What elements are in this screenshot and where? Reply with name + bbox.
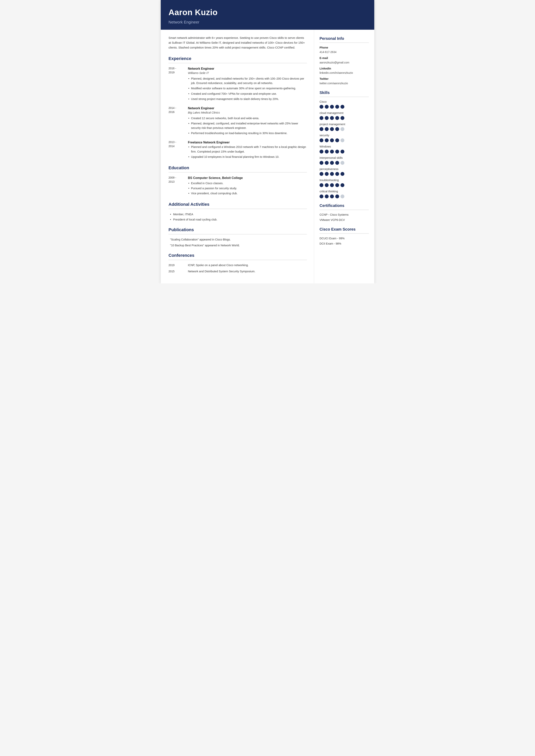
exp-bullet-3-2: Upgraded 10 employees in local financial…: [188, 155, 307, 159]
linkedin-label: LinkedIn: [320, 67, 369, 71]
exp-bullet-2-1: Created 12 secure networks, both local a…: [188, 116, 307, 121]
exp-bullets-3: Planned and configured a Windows 2010 ne…: [188, 145, 307, 159]
email-value: aaronzkuzio@gmail.com: [320, 61, 369, 65]
twitter-label: Twitter: [320, 77, 369, 81]
edu-bullet-1-3: Vice president, cloud computing club.: [188, 191, 243, 196]
skill-name-6: perceptiveness: [320, 167, 369, 171]
certifications-container: CCNP - Cisco SystemsVMware VCP6-DCV: [320, 213, 369, 222]
skill-dot-filled: [320, 105, 324, 109]
skill-dots-8: [320, 194, 369, 198]
skill-dot-filled: [335, 105, 339, 109]
skill-name-3: security: [320, 133, 369, 138]
exp-title-2: Network Engineer: [188, 106, 307, 111]
skill-dot-filled: [330, 161, 334, 165]
skills-divider: [320, 97, 369, 97]
publication-1: "Scaling Collaboration" appeared in Cisc…: [168, 238, 307, 242]
skill-dot-filled: [335, 150, 339, 154]
personal-info-divider: [320, 42, 369, 43]
candidate-title: Network Engineer: [168, 19, 367, 25]
conf-desc-1: ICNP, Spoke on a panel about Cisco netwo…: [188, 263, 307, 267]
cert-item-1: VMware VCP6-DCV: [320, 218, 369, 222]
conference-entry-1: 2019 ICNP, Spoke on a panel about Cisco …: [168, 263, 307, 267]
exp-company-2: Big Lakes Medical Clinics: [188, 111, 307, 115]
certifications-title: Certifications: [320, 203, 369, 209]
personal-info-title: Personal Info: [320, 36, 369, 42]
main-layout: Smart network administrator with 6+ year…: [161, 30, 374, 283]
skill-dot-filled: [320, 127, 324, 131]
exam-scores-title: Cisco Exam Scores: [320, 226, 369, 232]
experience-entry-2: 2014 - 2016 Network Engineer Big Lakes M…: [168, 106, 307, 136]
skill-row-7: troubleshooting: [320, 178, 369, 187]
exam-scores-divider: [320, 233, 369, 234]
skill-dot-filled: [325, 161, 329, 165]
skill-dots-4: [320, 150, 369, 154]
skill-name-0: Cisco: [320, 100, 369, 104]
experience-entry-1: 2016 - 2019 Network Engineer Williams-Se…: [168, 67, 307, 102]
skill-dot-empty: [341, 127, 344, 131]
skill-dots-2: [320, 127, 369, 131]
skill-dot-filled: [335, 116, 339, 120]
exp-bullet-1-3: Created and configured 700+ VPNs for cor…: [188, 92, 307, 96]
exp-bullet-2-3: Performed troubleshooting on load-balanc…: [188, 131, 307, 135]
skill-name-7: troubleshooting: [320, 178, 369, 182]
skill-dot-filled: [320, 116, 324, 120]
exp-bullet-1-1: Planned, designed, and installed network…: [188, 76, 307, 85]
right-column: Personal Info Phone 414-617-2634 E-mail …: [314, 30, 374, 255]
skill-row-0: Cisco: [320, 100, 369, 109]
edu-bullets-1: Excelled in Cisco classes. Pursued a pas…: [188, 181, 243, 196]
skill-dot-filled: [335, 161, 339, 165]
publications-section-title: Publications: [168, 227, 307, 233]
edu-dates-1: 2009 - 2013: [168, 176, 188, 196]
skill-dot-filled: [330, 150, 334, 154]
skill-dots-3: [320, 138, 369, 142]
skill-dot-filled: [325, 194, 329, 198]
skill-dot-filled: [320, 172, 324, 176]
exp-bullets-2: Created 12 secure networks, both local a…: [188, 116, 307, 136]
skill-dot-filled: [320, 194, 324, 198]
skill-dot-filled: [330, 138, 334, 142]
skill-dots-6: [320, 172, 369, 176]
exp-content-1: Network Engineer Williams-Seile IT Plann…: [188, 67, 307, 102]
skill-dot-filled: [335, 138, 339, 142]
conf-year-2: 2015: [168, 269, 188, 274]
experience-divider: [168, 63, 307, 63]
conf-year-1: 2019: [168, 263, 188, 267]
skill-row-5: interpersonal skills: [320, 156, 369, 165]
skill-dot-filled: [325, 138, 329, 142]
skill-dot-filled: [330, 183, 334, 187]
skill-dot-filled: [335, 172, 339, 176]
experience-entry-3: 2013 - 2014 Freelance Network Engineer P…: [168, 140, 307, 160]
skill-dot-filled: [330, 172, 334, 176]
skill-row-4: Windows: [320, 145, 369, 154]
resume-wrapper: Aaron Kuzio Network Engineer Smart netwo…: [161, 0, 374, 283]
skill-dot-filled: [335, 127, 339, 131]
skill-row-8: critical thinking: [320, 189, 369, 198]
skill-dot-filled: [335, 194, 339, 198]
skill-dot-filled: [325, 172, 329, 176]
skill-dot-filled: [330, 127, 334, 131]
skill-dot-filled: [341, 150, 344, 154]
education-entry-1: 2009 - 2013 BS Computer Science, Beloit …: [168, 176, 307, 196]
skill-dot-filled: [325, 183, 329, 187]
skill-dots-0: [320, 105, 369, 109]
exam-scores-container: DCUCI Exam - 99%DCII Exam - 98%: [320, 237, 369, 246]
edu-content-1: BS Computer Science, Beloit College Exce…: [188, 176, 243, 196]
skill-dot-filled: [335, 183, 339, 187]
exp-dates-1: 2016 - 2019: [168, 67, 188, 102]
additional-item-1: Member, ITNEA: [168, 212, 307, 217]
skill-dots-5: [320, 161, 369, 165]
exp-content-2: Network Engineer Big Lakes Medical Clini…: [188, 106, 307, 136]
exp-bullet-1-4: Used strong project management skills to…: [188, 97, 307, 101]
skill-dot-filled: [330, 194, 334, 198]
exam-item-1: DCII Exam - 98%: [320, 242, 369, 246]
email-label: E-mail: [320, 56, 369, 60]
skills-title: Skills: [320, 90, 369, 96]
exp-bullet-2-2: Planned, designed, configured, and insta…: [188, 121, 307, 130]
additional-bullets: Member, ITNEA President of local road cy…: [168, 212, 307, 222]
left-column: Smart network administrator with 6+ year…: [161, 30, 314, 283]
skill-dot-filled: [320, 183, 324, 187]
exp-title-3: Freelance Network Engineer: [188, 140, 307, 145]
skill-dot-filled: [341, 116, 344, 120]
certifications-divider: [320, 210, 369, 210]
skill-dot-filled: [320, 138, 324, 142]
